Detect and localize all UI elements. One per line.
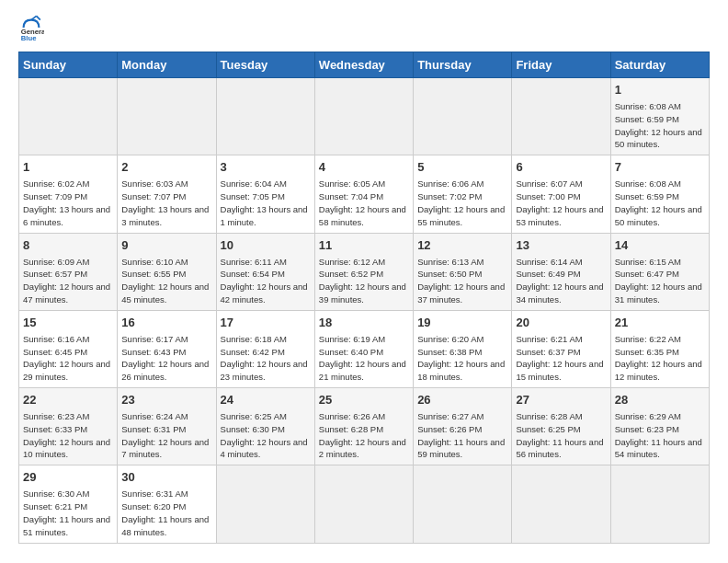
calendar-row: 29Sunrise: 6:30 AM Sunset: 6:21 PM Dayli… xyxy=(19,465,710,543)
calendar-cell: 1Sunrise: 6:02 AM Sunset: 7:09 PM Daylig… xyxy=(19,155,118,233)
calendar-cell: 19Sunrise: 6:20 AM Sunset: 6:38 PM Dayli… xyxy=(414,310,512,387)
header-sunday: Sunday xyxy=(19,52,118,78)
day-info: Sunrise: 6:12 AM Sunset: 6:52 PM Dayligh… xyxy=(319,256,409,306)
calendar-cell xyxy=(19,78,118,155)
calendar-row: 22Sunrise: 6:23 AM Sunset: 6:33 PM Dayli… xyxy=(19,388,710,465)
calendar-cell: 25Sunrise: 6:26 AM Sunset: 6:28 PM Dayli… xyxy=(314,388,413,465)
day-info: Sunrise: 6:14 AM Sunset: 6:49 PM Dayligh… xyxy=(516,256,606,306)
day-number: 11 xyxy=(319,237,409,254)
header-monday: Monday xyxy=(118,52,216,78)
calendar-cell: 28Sunrise: 6:29 AM Sunset: 6:23 PM Dayli… xyxy=(610,388,709,465)
day-number: 15 xyxy=(23,315,113,331)
header: General Blue xyxy=(18,15,710,40)
day-info: Sunrise: 6:30 AM Sunset: 6:21 PM Dayligh… xyxy=(23,488,113,538)
day-info: Sunrise: 6:09 AM Sunset: 6:57 PM Dayligh… xyxy=(23,256,113,306)
day-number: 12 xyxy=(417,237,507,254)
day-number: 13 xyxy=(516,237,606,254)
day-info: Sunrise: 6:27 AM Sunset: 6:26 PM Dayligh… xyxy=(417,410,507,461)
day-info: Sunrise: 6:29 AM Sunset: 6:23 PM Dayligh… xyxy=(615,410,705,461)
calendar-row: 8Sunrise: 6:09 AM Sunset: 6:57 PM Daylig… xyxy=(19,233,710,310)
calendar-cell: 2Sunrise: 6:03 AM Sunset: 7:07 PM Daylig… xyxy=(118,155,216,233)
day-info: Sunrise: 6:13 AM Sunset: 6:50 PM Dayligh… xyxy=(417,256,507,306)
day-info: Sunrise: 6:02 AM Sunset: 7:09 PM Dayligh… xyxy=(23,178,113,228)
day-number: 14 xyxy=(615,237,705,254)
calendar-cell: 27Sunrise: 6:28 AM Sunset: 6:25 PM Dayli… xyxy=(512,388,610,465)
header-tuesday: Tuesday xyxy=(216,52,314,78)
header-row: Sunday Monday Tuesday Wednesday Thursday… xyxy=(19,52,710,78)
day-number: 3 xyxy=(221,159,311,176)
calendar-cell xyxy=(512,465,610,543)
day-number: 7 xyxy=(615,159,705,176)
calendar-cell: 24Sunrise: 6:25 AM Sunset: 6:30 PM Dayli… xyxy=(216,388,314,465)
calendar-cell: 23Sunrise: 6:24 AM Sunset: 6:31 PM Dayli… xyxy=(118,388,216,465)
header-friday: Friday xyxy=(512,52,610,78)
day-info: Sunrise: 6:25 AM Sunset: 6:30 PM Dayligh… xyxy=(221,410,311,461)
calendar-cell: 10Sunrise: 6:11 AM Sunset: 6:54 PM Dayli… xyxy=(216,233,314,310)
day-number: 27 xyxy=(516,392,606,408)
day-info: Sunrise: 6:26 AM Sunset: 6:28 PM Dayligh… xyxy=(319,410,409,461)
calendar-cell xyxy=(118,78,216,155)
day-number: 1 xyxy=(23,159,113,176)
day-info: Sunrise: 6:06 AM Sunset: 7:02 PM Dayligh… xyxy=(417,178,507,228)
calendar-cell: 15Sunrise: 6:16 AM Sunset: 6:45 PM Dayli… xyxy=(19,310,118,387)
day-info: Sunrise: 6:08 AM Sunset: 6:59 PM Dayligh… xyxy=(615,178,705,228)
day-number: 8 xyxy=(23,237,113,254)
calendar-row: 1Sunrise: 6:02 AM Sunset: 7:09 PM Daylig… xyxy=(19,155,710,233)
calendar-cell: 13Sunrise: 6:14 AM Sunset: 6:49 PM Dayli… xyxy=(512,233,610,310)
calendar-cell: 30Sunrise: 6:31 AM Sunset: 6:20 PM Dayli… xyxy=(118,465,216,543)
calendar-cell: 17Sunrise: 6:18 AM Sunset: 6:42 PM Dayli… xyxy=(216,310,314,387)
day-number: 22 xyxy=(23,392,113,408)
calendar-cell: 29Sunrise: 6:30 AM Sunset: 6:21 PM Dayli… xyxy=(19,465,118,543)
day-info: Sunrise: 6:05 AM Sunset: 7:04 PM Dayligh… xyxy=(319,178,409,228)
calendar-cell: 20Sunrise: 6:21 AM Sunset: 6:37 PM Dayli… xyxy=(512,310,610,387)
day-info: Sunrise: 6:24 AM Sunset: 6:31 PM Dayligh… xyxy=(121,410,211,461)
calendar-cell: 12Sunrise: 6:13 AM Sunset: 6:50 PM Dayli… xyxy=(414,233,512,310)
day-number: 4 xyxy=(319,159,409,176)
logo-icon: General Blue xyxy=(18,15,44,40)
day-number: 1 xyxy=(615,82,705,98)
day-info: Sunrise: 6:21 AM Sunset: 6:37 PM Dayligh… xyxy=(516,333,606,384)
day-info: Sunrise: 6:31 AM Sunset: 6:20 PM Dayligh… xyxy=(121,488,211,538)
day-number: 20 xyxy=(516,315,606,331)
day-number: 26 xyxy=(417,392,507,408)
calendar-row: 1Sunrise: 6:08 AM Sunset: 6:59 PM Daylig… xyxy=(19,78,710,155)
day-number: 18 xyxy=(319,315,409,331)
calendar-cell xyxy=(216,465,314,543)
calendar-cell: 4Sunrise: 6:05 AM Sunset: 7:04 PM Daylig… xyxy=(314,155,413,233)
calendar-cell xyxy=(512,78,610,155)
day-info: Sunrise: 6:16 AM Sunset: 6:45 PM Dayligh… xyxy=(23,333,113,384)
calendar-cell: 21Sunrise: 6:22 AM Sunset: 6:35 PM Dayli… xyxy=(610,310,709,387)
calendar-table: Sunday Monday Tuesday Wednesday Thursday… xyxy=(18,52,710,544)
day-info: Sunrise: 6:20 AM Sunset: 6:38 PM Dayligh… xyxy=(417,333,507,384)
day-number: 16 xyxy=(121,315,211,331)
calendar-cell xyxy=(610,465,709,543)
day-number: 6 xyxy=(516,159,606,176)
day-info: Sunrise: 6:08 AM Sunset: 6:59 PM Dayligh… xyxy=(615,100,705,151)
svg-text:Blue: Blue xyxy=(21,34,37,40)
day-number: 17 xyxy=(221,315,311,331)
day-number: 28 xyxy=(615,392,705,408)
calendar-cell: 9Sunrise: 6:10 AM Sunset: 6:55 PM Daylig… xyxy=(118,233,216,310)
day-info: Sunrise: 6:04 AM Sunset: 7:05 PM Dayligh… xyxy=(221,178,311,228)
day-info: Sunrise: 6:22 AM Sunset: 6:35 PM Dayligh… xyxy=(615,333,705,384)
header-wednesday: Wednesday xyxy=(314,52,413,78)
calendar-cell: 22Sunrise: 6:23 AM Sunset: 6:33 PM Dayli… xyxy=(19,388,118,465)
day-info: Sunrise: 6:11 AM Sunset: 6:54 PM Dayligh… xyxy=(221,256,311,306)
day-number: 19 xyxy=(417,315,507,331)
day-info: Sunrise: 6:17 AM Sunset: 6:43 PM Dayligh… xyxy=(121,333,211,384)
day-info: Sunrise: 6:18 AM Sunset: 6:42 PM Dayligh… xyxy=(221,333,311,384)
main-container: General Blue Sunday Monday Tuesday Wedne… xyxy=(0,0,728,553)
day-number: 23 xyxy=(121,392,211,408)
day-number: 2 xyxy=(121,159,211,176)
day-number: 21 xyxy=(615,315,705,331)
calendar-cell xyxy=(314,78,413,155)
day-number: 5 xyxy=(417,159,507,176)
day-info: Sunrise: 6:23 AM Sunset: 6:33 PM Dayligh… xyxy=(23,410,113,461)
day-number: 9 xyxy=(121,237,211,254)
calendar-cell: 11Sunrise: 6:12 AM Sunset: 6:52 PM Dayli… xyxy=(314,233,413,310)
calendar-cell: 7Sunrise: 6:08 AM Sunset: 6:59 PM Daylig… xyxy=(610,155,709,233)
calendar-cell: 18Sunrise: 6:19 AM Sunset: 6:40 PM Dayli… xyxy=(314,310,413,387)
day-number: 10 xyxy=(221,237,311,254)
day-info: Sunrise: 6:07 AM Sunset: 7:00 PM Dayligh… xyxy=(516,178,606,228)
calendar-cell: 5Sunrise: 6:06 AM Sunset: 7:02 PM Daylig… xyxy=(414,155,512,233)
